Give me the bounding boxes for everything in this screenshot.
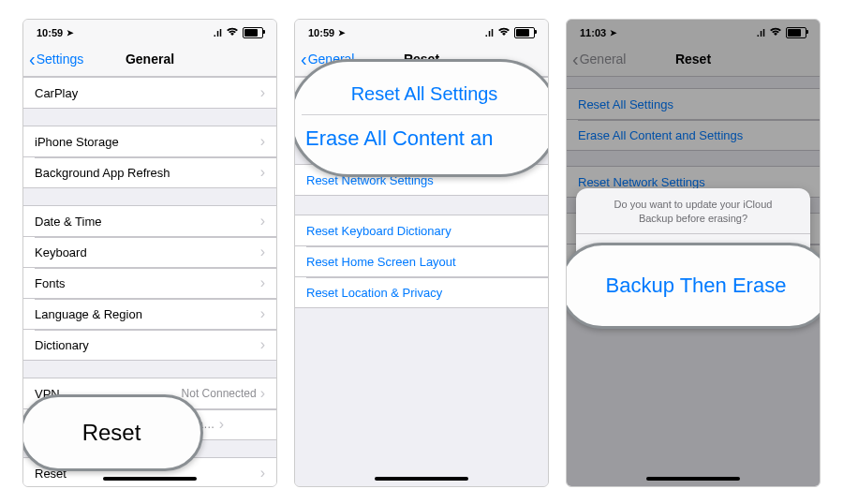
phone-backup-prompt: 11:03 ➤ .ıl ‹ General Reset Reset All Se…	[566, 19, 821, 487]
callout-line2: Erase All Content an	[302, 115, 547, 156]
status-bar: 10:59 ➤ .ıl	[23, 20, 276, 42]
chevron-right-icon: ›	[260, 465, 265, 482]
battery-icon	[243, 27, 263, 38]
nav-back-label: Settings	[37, 52, 84, 67]
row-reset-keyboard-dict[interactable]: Reset Keyboard Dictionary	[295, 215, 548, 246]
nav-bar: ‹ Settings General	[23, 42, 276, 77]
location-icon: ➤	[610, 28, 617, 37]
chevron-right-icon: ›	[260, 213, 265, 230]
chevron-right-icon: ›	[260, 385, 265, 402]
chevron-right-icon: ›	[260, 164, 265, 181]
wifi-icon	[226, 27, 239, 38]
home-indicator[interactable]	[375, 477, 468, 481]
battery-icon	[786, 27, 806, 38]
nav-back-button: ‹ General	[567, 50, 626, 68]
row-background-app-refresh[interactable]: Background App Refresh ›	[23, 157, 276, 188]
row-carplay[interactable]: CarPlay ›	[23, 77, 276, 109]
signal-icon: .ıl	[214, 27, 222, 38]
callout-backup-then-erase: Backup Then Erase	[566, 243, 821, 329]
row-erase-all-content: Erase All Content and Settings	[567, 120, 820, 151]
vpn-status: Not Connected	[182, 387, 257, 400]
callout-erase-all: Reset All Settings Erase All Content an	[294, 59, 549, 177]
status-bar: 10:59 ➤ .ıl	[295, 20, 548, 42]
row-fonts[interactable]: Fonts ›	[23, 268, 276, 299]
home-indicator[interactable]	[646, 477, 740, 481]
phone-general-settings: 10:59 ➤ .ıl ‹ Settings General CarPlay ›…	[22, 19, 277, 487]
chevron-right-icon: ›	[260, 274, 265, 291]
row-iphone-storage[interactable]: iPhone Storage ›	[23, 126, 276, 157]
location-icon: ➤	[338, 28, 346, 37]
signal-icon: .ıl	[485, 27, 494, 38]
home-indicator[interactable]	[103, 477, 197, 481]
sheet-message: Do you want to update your iCloud Backup…	[576, 188, 810, 233]
chevron-left-icon: ‹	[29, 50, 36, 68]
nav-back-label: General	[580, 52, 627, 67]
row-reset-all-settings: Reset All Settings	[567, 88, 820, 120]
chevron-right-icon: ›	[260, 336, 265, 353]
chevron-right-icon: ›	[260, 244, 265, 260]
chevron-left-icon: ‹	[572, 50, 579, 68]
callout-line1: Reset All Settings	[302, 80, 547, 115]
callout-reset: Reset	[22, 394, 203, 471]
chevron-right-icon: ›	[219, 416, 224, 433]
row-dictionary[interactable]: Dictionary ›	[23, 330, 276, 361]
chevron-right-icon: ›	[260, 305, 265, 322]
location-icon: ➤	[67, 28, 74, 37]
row-language-region[interactable]: Language & Region ›	[23, 299, 276, 330]
callout-label: Backup Then Erase	[606, 274, 787, 298]
phone-reset-menu: 10:59 ➤ .ıl ‹ General Reset Reset All Se…	[294, 19, 549, 487]
status-time: 10:59	[37, 27, 63, 38]
status-time: 11:03	[580, 27, 606, 38]
chevron-right-icon: ›	[260, 84, 265, 101]
nav-back-button[interactable]: ‹ Settings	[23, 50, 83, 68]
row-date-time[interactable]: Date & Time ›	[23, 205, 276, 237]
wifi-icon	[497, 27, 510, 38]
chevron-right-icon: ›	[260, 133, 265, 150]
row-keyboard[interactable]: Keyboard ›	[23, 237, 276, 268]
row-reset-home-screen[interactable]: Reset Home Screen Layout	[295, 246, 548, 277]
signal-icon: .ıl	[757, 27, 765, 38]
battery-icon	[514, 27, 535, 38]
status-bar: 11:03 ➤ .ıl	[567, 20, 820, 42]
status-time: 10:59	[308, 27, 334, 38]
callout-label: Reset	[82, 420, 141, 446]
chevron-left-icon: ‹	[301, 50, 307, 68]
row-reset-location-privacy[interactable]: Reset Location & Privacy	[295, 277, 548, 308]
wifi-icon	[769, 27, 782, 38]
nav-bar: ‹ General Reset	[567, 42, 820, 77]
